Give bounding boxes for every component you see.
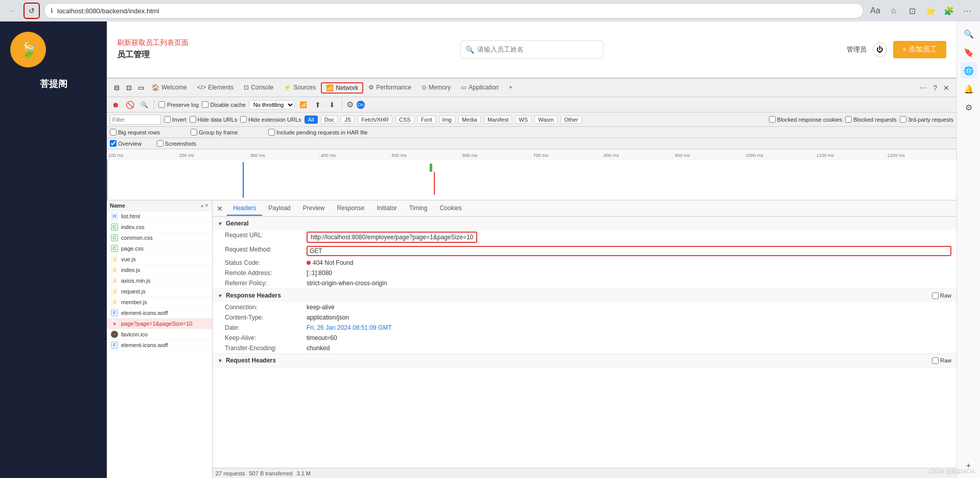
tab-headers[interactable]: Headers bbox=[227, 201, 262, 216]
group-by-frame-checkbox[interactable] bbox=[191, 129, 197, 135]
sort-icon[interactable]: ▲▼ bbox=[200, 203, 209, 208]
filter-input[interactable] bbox=[110, 115, 161, 125]
add-employee-button[interactable]: + 添加员工 bbox=[893, 41, 946, 58]
tab-console[interactable]: ⊡ Console bbox=[239, 82, 278, 94]
tab-timing[interactable]: Timing bbox=[403, 201, 434, 216]
split-view-button[interactable]: ⊡ bbox=[904, 3, 920, 18]
hide-data-urls-label[interactable]: Hide data URLs bbox=[190, 116, 238, 123]
hide-data-urls-checkbox[interactable] bbox=[190, 116, 196, 123]
disable-cache-checkbox[interactable] bbox=[202, 101, 208, 108]
devtools-close-button[interactable]: ✕ bbox=[940, 83, 952, 93]
tab-more[interactable]: + bbox=[504, 82, 518, 94]
record-button[interactable]: ⏺ bbox=[110, 99, 121, 110]
tab-sources[interactable]: ⚡ Sources bbox=[278, 82, 321, 94]
reader-mode-button[interactable]: Aa bbox=[868, 3, 883, 18]
devtools-help-button[interactable]: ? bbox=[930, 83, 940, 93]
raw-checkbox[interactable] bbox=[932, 292, 939, 299]
list-item-error[interactable]: ✕ page?page=1&pageSize=10 bbox=[107, 318, 212, 329]
blocked-cookies-checkbox[interactable] bbox=[769, 116, 776, 123]
more-button[interactable]: ⋯ bbox=[960, 3, 975, 18]
tab-payload[interactable]: Payload bbox=[262, 201, 296, 216]
third-party-label[interactable]: 3rd-party requests bbox=[900, 116, 953, 123]
invert-checkbox[interactable] bbox=[164, 116, 171, 123]
tab-preview[interactable]: Preview bbox=[297, 201, 331, 216]
dock-button[interactable]: ⊟ bbox=[111, 82, 122, 94]
big-rows-checkbox[interactable] bbox=[110, 129, 116, 135]
type-font-button[interactable]: Font bbox=[417, 116, 436, 124]
power-button[interactable]: ⏻ bbox=[873, 42, 887, 57]
tab-elements[interactable]: </> Elements bbox=[192, 82, 239, 94]
raw-req-checkbox[interactable] bbox=[932, 357, 939, 364]
raw-req-label[interactable]: Raw bbox=[932, 357, 951, 364]
request-headers-header[interactable]: ▼ Request Headers Raw bbox=[213, 354, 956, 367]
type-js-button[interactable]: JS bbox=[341, 116, 355, 124]
hide-extension-urls-checkbox[interactable] bbox=[240, 116, 247, 123]
type-doc-button[interactable]: Doc bbox=[321, 116, 338, 124]
blocked-requests-checkbox[interactable] bbox=[845, 116, 852, 123]
hide-extension-urls-label[interactable]: Hide extension URLs bbox=[240, 116, 301, 123]
refresh-button[interactable]: ↺ bbox=[24, 3, 40, 19]
list-item[interactable]: J axios.min.js bbox=[107, 276, 212, 286]
wifi-button[interactable]: 📶 bbox=[298, 99, 309, 110]
tab-application[interactable]: ▭ Application bbox=[456, 82, 504, 94]
screenshots-checkbox[interactable] bbox=[157, 140, 164, 147]
upload-button[interactable]: ⬆ bbox=[312, 99, 323, 110]
tab-response[interactable]: Response bbox=[331, 201, 370, 216]
sidebar-active-button[interactable]: 🌐 bbox=[961, 62, 977, 79]
throttle-select[interactable]: No throttling bbox=[249, 100, 295, 109]
type-all-button[interactable]: All bbox=[305, 116, 318, 124]
list-item[interactable]: F element-icons.woff bbox=[107, 308, 212, 318]
list-item[interactable]: F element-icons.woff bbox=[107, 340, 212, 351]
search-input[interactable] bbox=[460, 40, 603, 59]
tab-memory[interactable]: ⊙ Memory bbox=[416, 82, 456, 94]
sidebar-search-button[interactable]: 🔍 bbox=[961, 26, 977, 42]
list-item[interactable]: J vue.js bbox=[107, 254, 212, 265]
extensions-button[interactable]: 🧩 bbox=[941, 3, 956, 18]
overview-label[interactable]: Overview bbox=[110, 140, 142, 147]
filter-button[interactable]: 🔍 bbox=[138, 99, 150, 110]
list-item[interactable]: C common.css bbox=[107, 233, 212, 243]
preserve-log-checkbox[interactable] bbox=[158, 101, 165, 108]
dock-bottom-button[interactable]: ▭ bbox=[135, 82, 147, 94]
type-fetchxhr-button[interactable]: Fetch/XHR bbox=[358, 116, 392, 124]
overview-checkbox[interactable] bbox=[110, 140, 116, 147]
type-ws-button[interactable]: WS bbox=[515, 116, 531, 124]
type-media-button[interactable]: Media bbox=[458, 116, 481, 124]
group-by-frame-label[interactable]: Group by frame bbox=[191, 129, 238, 135]
collections-button[interactable]: ⭐ bbox=[923, 3, 938, 18]
tab-performance[interactable]: ⚙ Performance bbox=[363, 82, 416, 94]
list-item[interactable]: C index.css bbox=[107, 222, 212, 233]
invert-label[interactable]: Invert bbox=[164, 116, 186, 123]
raw-label[interactable]: Raw bbox=[932, 292, 951, 299]
list-item[interactable]: C page.css bbox=[107, 243, 212, 254]
disable-cache-label[interactable]: Disable cache bbox=[202, 101, 246, 108]
sidebar-bookmark-button[interactable]: 🔖 bbox=[961, 44, 977, 60]
type-wasm-button[interactable]: Wasm bbox=[534, 116, 557, 124]
tab-cookies[interactable]: Cookies bbox=[433, 201, 468, 216]
address-bar[interactable]: ℹ localhost:8080/backend/index.html bbox=[44, 3, 864, 18]
third-party-checkbox[interactable] bbox=[900, 116, 906, 123]
list-item[interactable]: H list.html bbox=[107, 211, 212, 222]
include-pending-checkbox[interactable] bbox=[268, 129, 275, 135]
response-headers-header[interactable]: ▼ Response Headers Raw bbox=[213, 289, 956, 302]
type-other-button[interactable]: Other bbox=[561, 116, 582, 124]
big-rows-label[interactable]: Big request rows bbox=[110, 129, 160, 135]
back-button[interactable]: ← bbox=[5, 4, 19, 18]
list-item[interactable]: J index.js bbox=[107, 265, 212, 276]
detail-close-button[interactable]: ✕ bbox=[213, 201, 227, 216]
type-manifest-button[interactable]: Manifest bbox=[484, 116, 512, 124]
tab-initiator[interactable]: Initiator bbox=[370, 201, 403, 216]
tab-network[interactable]: 📶 Network bbox=[321, 82, 363, 94]
clear-button[interactable]: 🚫 bbox=[124, 99, 135, 110]
sidebar-settings-button[interactable]: ⚙ bbox=[961, 99, 977, 116]
devtools-more-button[interactable]: ⋯ bbox=[917, 83, 930, 93]
settings-button[interactable]: ⚙ bbox=[346, 100, 354, 109]
list-item[interactable]: J member.js bbox=[107, 297, 212, 308]
screenshots-label[interactable]: Screenshots bbox=[157, 140, 196, 147]
tab-welcome[interactable]: 🏠 Welcome bbox=[147, 82, 192, 94]
include-pending-label[interactable]: Include pending requests in HAR file bbox=[268, 129, 367, 135]
sidebar-orange-button[interactable]: 🔔 bbox=[961, 81, 977, 97]
type-img-button[interactable]: Img bbox=[439, 116, 455, 124]
type-css-button[interactable]: CSS bbox=[395, 116, 414, 124]
list-item[interactable]: • favicon.ico bbox=[107, 329, 212, 340]
